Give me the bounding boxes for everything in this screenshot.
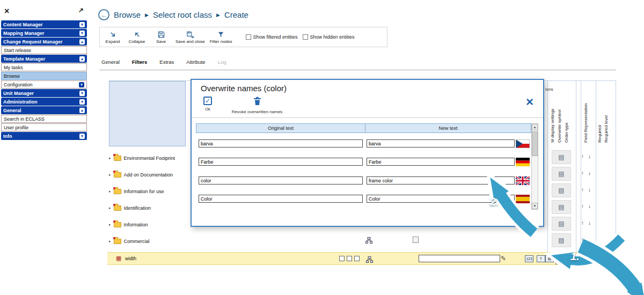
- new-text-input[interactable]: [367, 195, 515, 203]
- attribute-value-input[interactable]: [419, 255, 500, 262]
- sidebar-item-template-manager[interactable]: Template Manager ▴: [1, 55, 87, 63]
- breadcrumb-item-browse[interactable]: Browse: [114, 10, 141, 19]
- chevron-down-icon: ▾: [79, 99, 85, 105]
- sidebar-item-label: Start release: [4, 48, 31, 53]
- tree-item-commercial[interactable]: ▸ Commercial: [109, 237, 150, 246]
- selected-attribute-row[interactable]: ▦ width ✎ 123 T ▤ ▤ ↑: [107, 252, 616, 265]
- expand-toggle-icon[interactable]: ▸: [109, 189, 111, 194]
- move-down-icon[interactable]: ↓: [588, 170, 591, 176]
- tree-item-information[interactable]: ▸ Information: [109, 220, 148, 229]
- sidebar-item-my-tasks[interactable]: My tasks: [1, 63, 87, 71]
- new-text-input[interactable]: [367, 176, 515, 185]
- back-button[interactable]: ←: [98, 9, 109, 20]
- display-settings-cell[interactable]: ▤: [552, 233, 571, 247]
- original-text-input[interactable]: [199, 139, 363, 148]
- sidebar-item-general[interactable]: General ▴: [1, 106, 87, 114]
- show-filtered-entities-checkbox[interactable]: Show filtered entities: [246, 34, 298, 40]
- display-settings-cell[interactable]: ▤: [552, 200, 571, 214]
- move-up-icon[interactable]: ↑: [581, 220, 584, 226]
- grid-column-line: [547, 80, 548, 252]
- folder-icon: [114, 172, 121, 178]
- move-down-icon[interactable]: ↓: [588, 187, 591, 193]
- hierarchy-icon[interactable]: [366, 255, 373, 265]
- sidebar-item-info[interactable]: Info ▾: [1, 132, 87, 140]
- tab-general[interactable]: General: [101, 59, 120, 65]
- tab-attribute[interactable]: Attribute: [186, 59, 205, 65]
- representation-icon[interactable]: ▤: [545, 255, 554, 262]
- sidebar-item-start-release[interactable]: Start release: [1, 46, 87, 54]
- sidebar-item-content-manager[interactable]: Content Manager ▾: [1, 20, 87, 28]
- sidebar-item-search-in-eclass[interactable]: Search in ECLASS: [1, 115, 87, 123]
- expand-button[interactable]: Expand: [103, 30, 122, 44]
- move-up-icon[interactable]: ↑: [581, 187, 584, 193]
- original-text-input[interactable]: [199, 158, 363, 166]
- tab-log: Log: [218, 59, 226, 65]
- scroll-up-icon[interactable]: ▲: [532, 124, 538, 130]
- tab-filters[interactable]: Filters: [132, 59, 148, 65]
- display-settings-cell[interactable]: ▤: [552, 150, 571, 164]
- move-down-icon[interactable]: ↓: [588, 220, 591, 226]
- toolbar: Expand Collapse Save Save and close Filt…: [99, 27, 387, 47]
- expand-toggle-icon[interactable]: ▸: [109, 223, 111, 227]
- show-hidden-entities-checkbox[interactable]: Show hidden entities: [303, 34, 355, 40]
- tree-item-identification[interactable]: ▸ Identification: [109, 204, 151, 212]
- filter-nodes-button[interactable]: Filter nodes: [210, 30, 232, 44]
- attribute-checkbox[interactable]: [347, 256, 352, 261]
- display-settings-cell[interactable]: ▤: [552, 217, 571, 231]
- move-up-icon[interactable]: ↑: [581, 203, 584, 209]
- new-text-input[interactable]: [367, 139, 515, 148]
- display-settings-cell[interactable]: ▤: [552, 183, 571, 197]
- tab-extras[interactable]: Extras: [159, 59, 174, 65]
- attribute-checkbox[interactable]: [339, 256, 345, 261]
- new-text-input[interactable]: [367, 158, 515, 166]
- attribute-checkbox[interactable]: [354, 256, 360, 261]
- sidebar-item-label: Browse: [4, 73, 20, 79]
- save-button[interactable]: Save: [151, 30, 171, 44]
- tree-item-environmental-footprint[interactable]: ▸ Environmental Footprint: [109, 154, 175, 163]
- expand-toggle-icon[interactable]: ▸: [109, 206, 111, 210]
- tree-item-label: Information for use: [124, 189, 164, 194]
- display-settings-icon[interactable]: ▤: [555, 255, 561, 268]
- move-down-icon[interactable]: ↓: [588, 153, 591, 159]
- sidebar-item-configuration[interactable]: Configuration ▾: [1, 80, 87, 88]
- close-icon[interactable]: ×: [526, 96, 533, 108]
- breadcrumb-item-create[interactable]: Create: [224, 10, 248, 19]
- dock-icon[interactable]: ↗: [78, 6, 84, 14]
- move-up-icon[interactable]: ↑: [581, 170, 584, 176]
- expand-toggle-icon[interactable]: ▸: [109, 173, 111, 177]
- original-text-input[interactable]: [199, 176, 363, 185]
- sidebar-item-change-request-manager[interactable]: Change Request Manager ▴: [1, 38, 87, 46]
- save-and-close-icon: [186, 30, 194, 39]
- move-down-icon[interactable]: ↓: [588, 203, 591, 209]
- ok-button[interactable]: ✓ Ok: [203, 97, 212, 112]
- revoke-overwritten-names-button[interactable]: Revoke overwritten names: [224, 97, 290, 114]
- sidebar-item-label: Change Request Manager: [3, 39, 63, 45]
- hierarchy-icon[interactable]: [365, 236, 372, 246]
- close-icon[interactable]: ×: [4, 6, 9, 16]
- original-text-input[interactable]: [199, 195, 363, 203]
- numeric-type-icon[interactable]: 123: [525, 255, 533, 262]
- expand-toggle-icon[interactable]: ▸: [109, 156, 111, 160]
- move-up-icon[interactable]: ↑: [584, 255, 587, 261]
- sidebar-item-administration[interactable]: Administration ▾: [1, 98, 87, 106]
- collapse-button[interactable]: Collapse: [127, 30, 147, 44]
- move-up-icon[interactable]: ↑: [581, 153, 584, 159]
- expand-toggle-icon[interactable]: ▸: [109, 239, 111, 244]
- breadcrumb-item-select-root-class[interactable]: Select root class: [153, 10, 212, 19]
- tree-item-add-on-documentation[interactable]: ▸ Add on Documentation: [109, 171, 173, 179]
- chevron-down-icon: ▾: [79, 82, 84, 87]
- save-and-close-button[interactable]: Save and close: [175, 30, 205, 44]
- sidebar-item-mapping-manager[interactable]: Mapping Manager ▾: [1, 29, 87, 37]
- display-settings-cell[interactable]: ▤: [552, 167, 571, 181]
- text-type-icon[interactable]: T: [537, 255, 545, 262]
- folder-icon: [114, 189, 121, 194]
- pencil-icon[interactable]: ✎: [501, 255, 506, 262]
- sidebar-item-user-profile[interactable]: User profile: [1, 123, 87, 131]
- sidebar-item-label: Configuration: [4, 82, 33, 87]
- sidebar-item-browse[interactable]: Browse: [1, 72, 87, 80]
- tree-item-information-for-use[interactable]: ▸ Information for use: [109, 187, 164, 196]
- sidebar-item-unit-manager[interactable]: Unit Manager ▾: [1, 89, 87, 97]
- move-up-icon[interactable]: ↑: [581, 237, 584, 242]
- document-icon[interactable]: [413, 237, 419, 243]
- move-down-icon[interactable]: ↓: [588, 237, 591, 242]
